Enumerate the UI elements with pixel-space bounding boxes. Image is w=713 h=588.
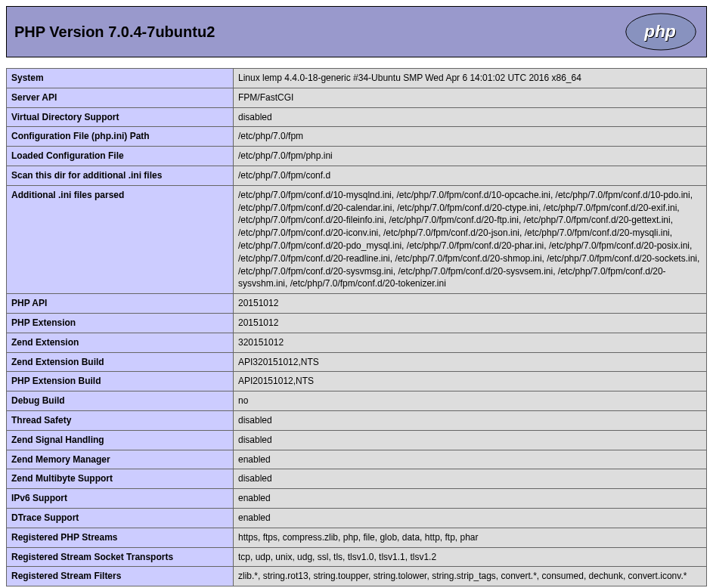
info-key: IPv6 Support [7,489,234,509]
info-key: PHP Extension [7,313,234,333]
info-value: disabled [234,107,707,127]
info-value: FPM/FastCGI [234,88,707,107]
info-key: Zend Extension [7,333,234,352]
svg-text:php: php [643,22,676,41]
info-key: Registered PHP Streams [7,528,234,547]
table-row: Loaded Configuration File/etc/php/7.0/fp… [7,147,707,166]
info-value: /etc/php/7.0/fpm/conf.d [234,166,707,185]
info-key: Loaded Configuration File [7,147,234,166]
info-value: tcp, udp, unix, udg, ssl, tls, tlsv1.0, … [234,547,707,567]
info-key: DTrace Support [7,508,234,528]
table-row: SystemLinux lemp 4.4.0-18-generic #34-Ub… [7,69,707,88]
table-row: Registered Stream Socket Transportstcp, … [7,547,707,567]
table-row: Zend Extension BuildAPI320151012,NTS [7,352,707,372]
info-value: /etc/php/7.0/fpm [234,127,707,147]
info-value: 320151012 [234,333,707,352]
table-row: PHP Extension BuildAPI20151012,NTS [7,372,707,391]
table-row: IPv6 Supportenabled [7,489,707,509]
info-key: Configuration File (php.ini) Path [7,127,234,147]
table-row: DTrace Supportenabled [7,508,707,528]
info-key: Zend Memory Manager [7,450,234,469]
info-value: 20151012 [234,294,707,314]
header-banner: PHP Version 7.0.4-7ubuntu2 php php [6,6,707,57]
info-key: Zend Multibyte Support [7,469,234,489]
table-row: PHP API20151012 [7,294,707,314]
info-key: Debug Build [7,391,234,411]
info-key: Thread Safety [7,410,234,430]
info-key: Registered Stream Filters [7,567,234,586]
table-row: Server APIFPM/FastCGI [7,88,707,107]
php-logo-icon: php php [623,13,699,51]
info-value: disabled [234,469,707,489]
table-row: Scan this dir for additional .ini files/… [7,166,707,185]
info-table: SystemLinux lemp 4.4.0-18-generic #34-Ub… [6,68,707,586]
info-key: Server API [7,88,234,107]
info-value: enabled [234,508,707,528]
table-row: Zend Extension320151012 [7,333,707,352]
info-key: System [7,69,234,88]
info-value: enabled [234,450,707,469]
info-value: /etc/php/7.0/fpm/conf.d/10-mysqlnd.ini, … [234,185,707,293]
info-value: no [234,391,707,411]
table-row: Additional .ini files parsed/etc/php/7.0… [7,185,707,293]
page-title: PHP Version 7.0.4-7ubuntu2 [14,23,215,41]
info-value: /etc/php/7.0/fpm/php.ini [234,147,707,166]
info-value: zlib.*, string.rot13, string.toupper, st… [234,567,707,586]
table-row: Debug Buildno [7,391,707,411]
table-row: Zend Signal Handlingdisabled [7,430,707,450]
info-key: PHP Extension Build [7,372,234,391]
table-row: Registered PHP Streamshttps, ftps, compr… [7,528,707,547]
info-key: PHP API [7,294,234,314]
table-row: Zend Memory Managerenabled [7,450,707,469]
info-key: Scan this dir for additional .ini files [7,166,234,185]
table-row: Configuration File (php.ini) Path/etc/ph… [7,127,707,147]
info-key: Registered Stream Socket Transports [7,547,234,567]
info-value: disabled [234,430,707,450]
info-key: Zend Extension Build [7,352,234,372]
info-key: Zend Signal Handling [7,430,234,450]
table-row: Zend Multibyte Supportdisabled [7,469,707,489]
table-row: Virtual Directory Supportdisabled [7,107,707,127]
table-row: Thread Safetydisabled [7,410,707,430]
table-row: PHP Extension20151012 [7,313,707,333]
info-value: https, ftps, compress.zlib, php, file, g… [234,528,707,547]
info-value: Linux lemp 4.4.0-18-generic #34-Ubuntu S… [234,69,707,88]
info-value: disabled [234,410,707,430]
info-key: Virtual Directory Support [7,107,234,127]
info-value: 20151012 [234,313,707,333]
info-value: API20151012,NTS [234,372,707,391]
info-value: API320151012,NTS [234,352,707,372]
table-row: Registered Stream Filterszlib.*, string.… [7,567,707,586]
info-value: enabled [234,489,707,509]
info-key: Additional .ini files parsed [7,185,234,293]
